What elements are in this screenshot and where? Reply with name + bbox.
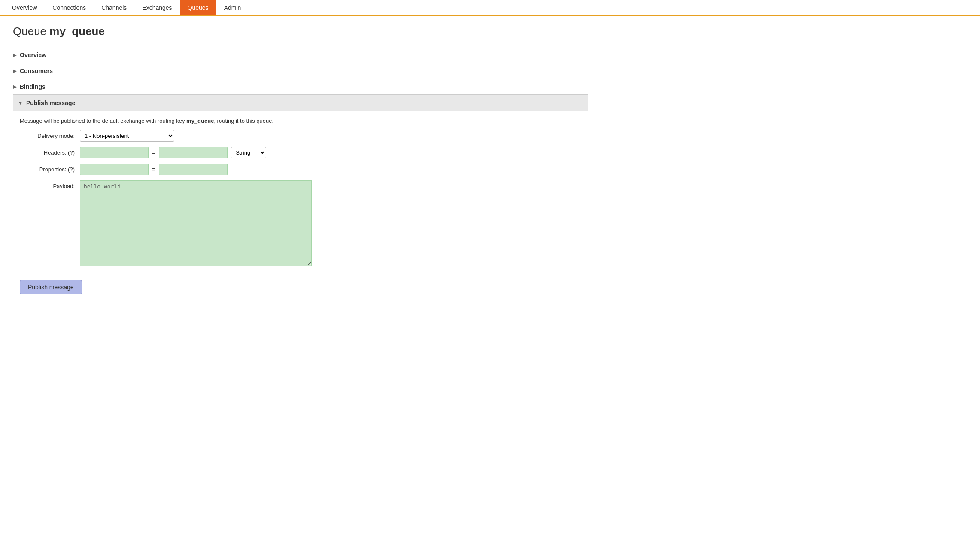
queue-name: my_queue [49, 25, 105, 38]
delivery-mode-label: Delivery mode: [20, 133, 80, 139]
section-publish-header[interactable]: ▼ Publish message [13, 95, 588, 111]
properties-key-input[interactable] [80, 164, 149, 175]
section-consumers: ▶ Consumers [13, 63, 588, 79]
section-bindings-header[interactable]: ▶ Bindings [13, 79, 588, 94]
payload-textarea[interactable]: hello world [80, 180, 312, 266]
headers-type-select[interactable]: String Number Boolean [231, 147, 266, 158]
routing-key: my_queue [186, 118, 214, 124]
payload-label: Payload: [20, 180, 80, 189]
section-overview-label: Overview [20, 52, 46, 58]
delivery-mode-select[interactable]: 1 - Non-persistent 2 - Persistent [80, 130, 174, 142]
nav-queues[interactable]: Queues [180, 0, 216, 15]
headers-value-input[interactable] [159, 147, 228, 158]
section-overview-header[interactable]: ▶ Overview [13, 47, 588, 63]
nav-exchanges[interactable]: Exchanges [134, 0, 179, 15]
nav-connections[interactable]: Connections [45, 0, 94, 15]
properties-equals-sign: = [152, 166, 155, 173]
section-bindings: ▶ Bindings [13, 79, 588, 94]
publish-message-button[interactable]: Publish message [20, 280, 82, 294]
top-navigation: Overview Connections Channels Exchanges … [0, 0, 980, 16]
headers-row: Headers: (?) = String Number Boolean [20, 147, 581, 158]
section-overview: ▶ Overview [13, 47, 588, 63]
payload-row: Payload: hello world [20, 180, 581, 266]
page-title: Queue my_queue [13, 25, 588, 38]
section-consumers-label: Consumers [20, 67, 53, 74]
headers-key-input[interactable] [80, 147, 149, 158]
section-publish: ▼ Publish message Message will be publis… [13, 94, 588, 303]
chevron-right-icon: ▶ [13, 68, 16, 74]
chevron-down-icon: ▼ [18, 100, 23, 106]
chevron-right-icon: ▶ [13, 52, 16, 58]
headers-equals-sign: = [152, 149, 155, 156]
properties-label: Properties: (?) [20, 166, 80, 173]
section-bindings-label: Bindings [20, 83, 46, 90]
chevron-right-icon: ▶ [13, 84, 16, 90]
page-title-prefix: Queue [13, 25, 49, 38]
headers-label: Headers: (?) [20, 149, 80, 156]
publish-form-body: Message will be published to the default… [13, 111, 588, 303]
properties-value-input[interactable] [159, 164, 228, 175]
main-content: Queue my_queue ▶ Overview ▶ Consumers ▶ … [0, 16, 601, 312]
section-consumers-header[interactable]: ▶ Consumers [13, 63, 588, 79]
delivery-mode-row: Delivery mode: 1 - Non-persistent 2 - Pe… [20, 130, 581, 142]
section-publish-label: Publish message [26, 100, 75, 106]
description-text-suffix: , routing it to this queue. [214, 118, 273, 124]
publish-description: Message will be published to the default… [20, 118, 581, 124]
nav-channels[interactable]: Channels [94, 0, 134, 15]
nav-overview[interactable]: Overview [4, 0, 45, 15]
description-text-prefix: Message will be published to the default… [20, 118, 186, 124]
nav-admin[interactable]: Admin [216, 0, 249, 15]
properties-row: Properties: (?) = [20, 164, 581, 175]
